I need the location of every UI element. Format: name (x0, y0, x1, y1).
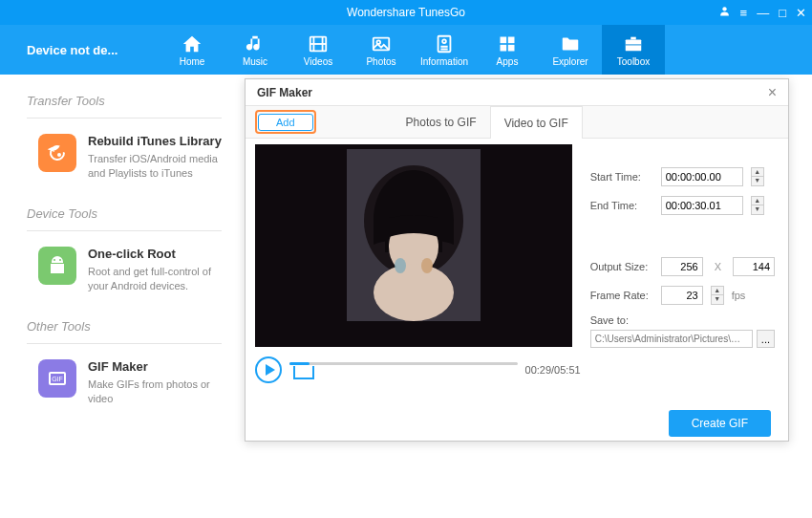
modal-title: GIF Maker (257, 86, 312, 99)
main-content: Transfer Tools Rebuild iTunes Library Tr… (0, 75, 812, 518)
frame-rate-input[interactable] (661, 286, 703, 305)
video-preview[interactable] (255, 144, 572, 347)
tool-title: One-click Root (88, 247, 222, 261)
menu-icon[interactable]: ≡ (740, 6, 748, 20)
fps-unit: fps (732, 290, 746, 301)
start-time-label: Start Time: (590, 171, 653, 183)
add-button[interactable]: Add (258, 114, 313, 131)
nav-music[interactable]: Music (224, 25, 287, 75)
nav-explorer[interactable]: Explorer (539, 25, 602, 75)
svg-rect-9 (501, 36, 507, 43)
rebuild-itunes-icon (38, 134, 76, 172)
tool-oneclick-root[interactable]: One-click Root Root and get full-control… (27, 231, 222, 302)
device-status: Device not de... (0, 43, 160, 57)
playback-controls: 00:29/05:51 (255, 356, 581, 383)
minimize-icon[interactable]: — (757, 6, 769, 20)
create-gif-button[interactable]: Create GIF (669, 410, 771, 437)
gif-params: Start Time: ▲▼ End Time: ▲▼ Output Size:… (581, 139, 788, 404)
tool-desc: Root and get full-control of your Androi… (88, 265, 222, 294)
toolbox-icon (623, 33, 644, 54)
tab-video-to-gif[interactable]: Video to GIF (490, 106, 583, 139)
app-title: Wondershare TunesGo (347, 6, 465, 19)
start-time-spinner[interactable]: ▲▼ (751, 167, 764, 186)
tool-rebuild-itunes[interactable]: Rebuild iTunes Library Transfer iOS/Andr… (27, 119, 222, 189)
start-time-input[interactable] (661, 167, 743, 186)
frame-rate-spinner[interactable]: ▲▼ (711, 286, 724, 305)
output-width-input[interactable] (661, 257, 703, 276)
tool-title: GIF Maker (88, 359, 222, 374)
music-icon (245, 33, 266, 54)
nav-toolbox[interactable]: Toolbox (602, 25, 665, 75)
nav-photos[interactable]: Photos (350, 25, 413, 75)
svg-point-24 (374, 264, 454, 321)
tool-gif-maker[interactable]: GIF GIF Maker Make GIFs from photos or v… (27, 344, 222, 415)
frame-rate-label: Frame Rate: (590, 290, 653, 301)
range-handles[interactable] (293, 366, 314, 379)
titlebar-controls: ≡ — □ ✕ (718, 0, 806, 25)
modal-header: GIF Maker × (246, 79, 788, 106)
apps-icon (497, 33, 518, 54)
add-button-highlight: Add (255, 110, 316, 134)
information-icon (434, 33, 455, 54)
svg-point-15 (57, 153, 61, 157)
svg-rect-10 (508, 36, 515, 43)
section-other-tools: Other Tools (27, 319, 222, 344)
svg-rect-11 (501, 44, 507, 51)
photos-icon (371, 33, 392, 54)
end-time-input[interactable] (661, 196, 743, 215)
section-transfer-tools: Transfer Tools (27, 94, 222, 119)
svg-point-25 (395, 258, 406, 273)
home-icon (182, 33, 203, 54)
tab-photos-to-gif[interactable]: Photos to GIF (393, 106, 490, 139)
modal-body: 00:29/05:51 Start Time: ▲▼ End Time: ▲▼ … (246, 139, 788, 404)
nav: Home Music Videos Photos Information App… (160, 25, 665, 75)
svg-text:GIF: GIF (52, 376, 63, 382)
end-time-spinner[interactable]: ▲▼ (751, 196, 764, 215)
topbar: Device not de... Home Music Videos Photo… (0, 25, 812, 75)
video-area: 00:29/05:51 (246, 139, 581, 404)
close-icon[interactable]: ✕ (796, 6, 806, 20)
modal-close-icon[interactable]: × (768, 84, 777, 101)
time-display: 00:29/05:51 (525, 364, 581, 376)
nav-home[interactable]: Home (160, 25, 224, 75)
output-size-label: Output Size: (590, 261, 653, 272)
section-device-tools: Device Tools (27, 206, 222, 231)
tool-desc: Transfer iOS/Android media and Playlists… (88, 152, 222, 182)
svg-point-17 (59, 259, 61, 261)
save-to-label: Save to: (590, 314, 775, 326)
gif-maker-modal: GIF Maker × Add Photos to GIF Video to G… (245, 78, 789, 442)
explorer-icon (560, 33, 581, 54)
dimension-x: X (711, 261, 725, 272)
svg-point-0 (722, 7, 726, 11)
user-icon[interactable] (718, 5, 731, 20)
root-icon (38, 247, 76, 285)
modal-footer: Create GIF (246, 404, 788, 442)
nav-apps[interactable]: Apps (476, 25, 539, 75)
tool-desc: Make GIFs from photos or video (88, 378, 222, 407)
nav-information[interactable]: Information (413, 25, 476, 75)
save-path-input[interactable] (590, 330, 753, 348)
maximize-icon[interactable]: □ (779, 6, 786, 20)
output-height-input[interactable] (733, 257, 775, 276)
play-icon (266, 364, 275, 376)
gif-icon: GIF (38, 359, 76, 398)
toolbox-sidebar: Transfer Tools Rebuild iTunes Library Tr… (0, 75, 248, 433)
tool-title: Rebuild iTunes Library (88, 134, 222, 148)
play-button[interactable] (255, 356, 282, 383)
end-time-label: End Time: (590, 200, 653, 211)
svg-point-8 (442, 39, 446, 43)
timeline-slider[interactable] (289, 358, 518, 381)
svg-rect-12 (508, 44, 515, 51)
modal-tabs: Add Photos to GIF Video to GIF (246, 106, 788, 139)
titlebar: Wondershare TunesGo ≡ — □ ✕ (0, 0, 812, 25)
videos-icon (308, 33, 329, 54)
nav-videos[interactable]: Videos (287, 25, 350, 75)
svg-point-16 (53, 259, 55, 261)
browse-button[interactable]: ... (757, 330, 775, 348)
svg-point-26 (421, 258, 433, 273)
